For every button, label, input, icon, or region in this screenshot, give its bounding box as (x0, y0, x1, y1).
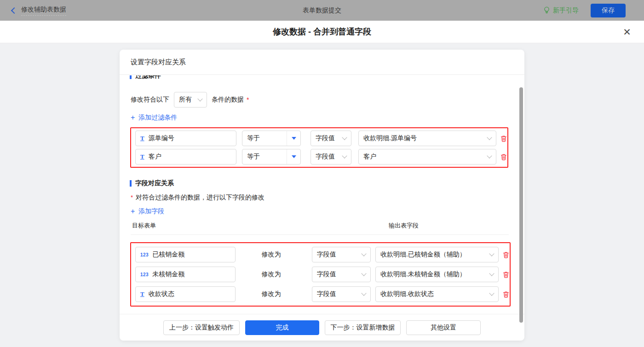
delete-mapping-button[interactable] (502, 251, 510, 259)
guide-label: 新手引导 (553, 6, 579, 15)
lightbulb-icon (543, 6, 550, 14)
divider (131, 234, 509, 235)
output-field-value: 收款明细.已核销金额（辅助） (380, 250, 466, 259)
divider (120, 314, 524, 314)
filter-row: T 客户 等于 字段值 客户 (134, 149, 507, 165)
value-type-select[interactable]: 字段值 (312, 286, 371, 302)
trash-icon (502, 290, 510, 298)
column-output-field: 输出表字段 (389, 222, 419, 230)
add-field-link[interactable]: + 添加字段 (131, 207, 164, 216)
number-field-icon: 123 (140, 252, 149, 257)
value-type-value: 字段值 (317, 290, 336, 298)
value-type-value: 字段值 (316, 134, 335, 142)
chevron-down-icon (487, 135, 492, 140)
add-filter-condition-link[interactable]: + 添加过滤条件 (131, 114, 177, 122)
done-button[interactable]: 完成 (245, 320, 319, 335)
chevron-down-icon (487, 153, 492, 158)
filter-value-select[interactable]: 收款明细.源单编号 (358, 131, 496, 146)
caret-down-icon (292, 155, 296, 158)
output-field-value: 收款明细.收款状态 (380, 290, 434, 298)
mapping-description: *对符合过滤条件的数据，进行以下字段的修改 (131, 193, 264, 202)
other-settings-button[interactable]: 其他设置 (406, 320, 481, 335)
back-button[interactable]: 修改辅助表数据 (12, 6, 66, 16)
mapping-section-title: 字段对应关系 (135, 179, 174, 188)
beginner-guide-button[interactable]: 新手引导 (543, 6, 579, 15)
next-step-button[interactable]: 下一步：设置新增数据 (325, 320, 401, 335)
modify-as-label: 修改为 (261, 270, 307, 279)
section-bar (130, 75, 132, 79)
dialog-header: 修改数据 - 合并到普通字段 ✕ (0, 21, 644, 43)
chevron-left-icon (11, 7, 17, 14)
match-prefix: 修改符合以下 (131, 96, 169, 104)
trash-icon (500, 153, 507, 161)
chevron-down-icon (197, 96, 202, 101)
value-type-value: 字段值 (317, 250, 336, 259)
chevron-down-icon (361, 290, 366, 296)
filter-field-input[interactable]: T 客户 (135, 149, 236, 165)
chevron-down-icon (361, 251, 366, 256)
mapping-section-header: 字段对应关系 (130, 179, 174, 188)
text-field-icon: T (140, 290, 144, 298)
output-field-select[interactable]: 收款明细.已核销金额（辅助） (375, 247, 499, 262)
add-field-label: 添加字段 (138, 207, 164, 216)
modify-as-label: 修改为 (261, 250, 307, 259)
prev-step-button[interactable]: 上一步：设置触发动作 (163, 320, 240, 335)
mapping-column-headers: 目标表单 输出表字段 (132, 222, 508, 230)
match-suffix: 条件的数据 (212, 96, 244, 104)
value-type-select[interactable]: 字段值 (312, 267, 371, 282)
caret-down-icon (292, 137, 296, 140)
plus-icon: + (131, 114, 135, 121)
operator-select[interactable]: 等于 (242, 131, 301, 146)
target-field-input[interactable]: T 收款状态 (135, 286, 236, 302)
topbar: 修改辅助表数据 表单数据提交 新手引导 保存 (0, 0, 644, 21)
output-field-select[interactable]: 收款明细.未核销金额（辅助） (375, 267, 499, 282)
filter-conditions-highlight-box: T 源单编号 等于 字段值 收款明细.源单编号 (130, 127, 508, 168)
target-field-input[interactable]: 123 已核销金额 (135, 247, 236, 262)
value-type-select[interactable]: 字段值 (310, 149, 351, 165)
field-mapping-panel: 设置字段对应关系 过滤条件 修改符合以下 所有 条件的数据 * + 添加过滤条件… (120, 50, 524, 341)
value-type-select[interactable]: 字段值 (310, 131, 351, 146)
delete-filter-button[interactable] (500, 135, 507, 142)
text-field-icon: T (140, 135, 144, 142)
output-field-select[interactable]: 收款明细.收款状态 (375, 286, 499, 302)
modify-as-label: 修改为 (261, 290, 307, 298)
trash-icon (500, 135, 507, 142)
close-icon: ✕ (623, 27, 631, 37)
match-condition-row: 修改符合以下 所有 条件的数据 * (131, 92, 249, 108)
trash-icon (502, 271, 510, 279)
dialog-title: 修改数据 - 合并到普通字段 (273, 26, 371, 37)
scrollbar-thumb[interactable] (519, 87, 523, 323)
mapping-row: 123 已核销金额 修改为 字段值 收款明细.已核销金额（辅助） (134, 247, 510, 262)
delete-mapping-button[interactable] (502, 290, 510, 298)
filter-section-title: 过滤条件 (135, 75, 161, 80)
value-type-select[interactable]: 字段值 (312, 247, 371, 262)
section-bar (130, 180, 132, 187)
field-mapping-highlight-box: 123 已核销金额 修改为 字段值 收款明细.已核销金额（辅助） 123 未核销 (130, 242, 511, 307)
required-asterisk: * (247, 96, 249, 103)
filter-row: T 源单编号 等于 字段值 收款明细.源单编号 (134, 131, 507, 146)
operator-select[interactable]: 等于 (242, 149, 301, 165)
match-type-select[interactable]: 所有 (174, 92, 207, 108)
delete-filter-button[interactable] (500, 153, 507, 161)
delete-mapping-button[interactable] (502, 271, 510, 279)
mapping-row: 123 未核销金额 修改为 字段值 收款明细.未核销金额（辅助） (134, 267, 510, 282)
text-field-icon: T (140, 153, 144, 160)
target-field-name: 已核销金额 (152, 250, 184, 259)
filter-section-title-clipped: 过滤条件 (130, 75, 268, 80)
chevron-down-icon (361, 271, 366, 276)
close-button[interactable]: ✕ (621, 26, 633, 38)
target-field-name: 未核销金额 (152, 270, 184, 279)
target-field-input[interactable]: 123 未核销金额 (135, 267, 236, 282)
number-field-icon: 123 (140, 272, 149, 277)
filter-value-select[interactable]: 客户 (358, 149, 496, 165)
filter-field-input[interactable]: T 源单编号 (135, 131, 236, 146)
save-button[interactable]: 保存 (591, 4, 626, 17)
plus-icon: + (131, 208, 135, 215)
filter-field-name: 源单编号 (149, 134, 174, 142)
operator-value: 等于 (242, 134, 287, 142)
back-label: 修改辅助表数据 (21, 6, 66, 16)
output-field-value: 收款明细.未核销金额（辅助） (380, 270, 466, 279)
target-field-name: 收款状态 (149, 290, 174, 298)
chevron-down-icon (342, 153, 347, 158)
operator-value: 等于 (242, 153, 287, 161)
